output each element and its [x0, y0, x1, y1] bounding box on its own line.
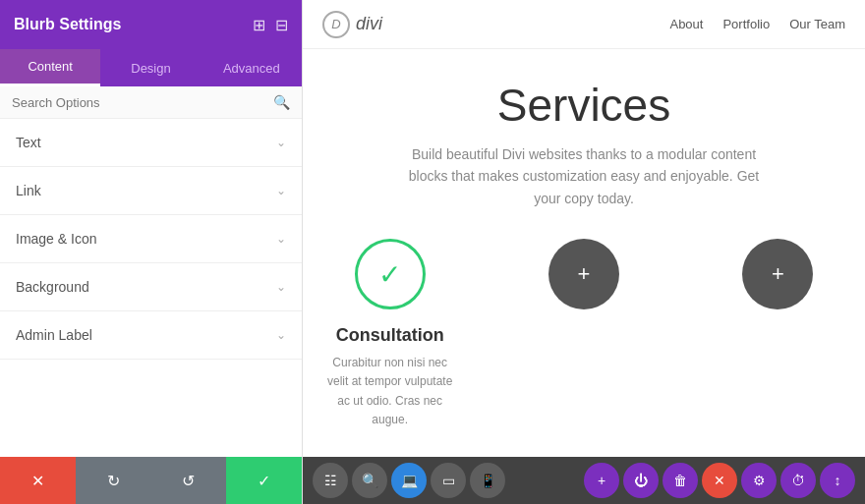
accordion-admin-label: Admin Label ⌄	[0, 311, 302, 360]
grid-icon[interactable]: ⊟	[275, 16, 288, 34]
accordion-link-header[interactable]: Link ⌄	[0, 167, 302, 214]
chevron-down-icon: ⌄	[276, 184, 286, 197]
trash-button[interactable]: 🗑	[663, 463, 698, 498]
accordion-text: Text ⌄	[0, 119, 302, 167]
tab-advanced[interactable]: Advanced	[202, 49, 302, 86]
logo-text: divi	[356, 14, 382, 34]
service-card-3: +	[711, 239, 845, 325]
card-title-consultation: Consultation	[336, 325, 444, 346]
services-subtitle: Build beautiful Divi websites thanks to …	[397, 143, 771, 209]
logo-circle: D	[322, 11, 350, 38]
tablet-button[interactable]: ▭	[431, 463, 466, 498]
search-input[interactable]	[12, 95, 273, 110]
card-text-consultation: Curabitur non nisi nec velit at tempor v…	[322, 354, 457, 429]
cards-row: ✓ Consultation Curabitur non nisi nec ve…	[322, 239, 845, 429]
toolbar-left-group: ☷ 🔍 💻 ▭ 📱	[313, 463, 505, 498]
left-panel: Blurb Settings ⊞ ⊟ Content Design Advanc…	[0, 0, 303, 504]
close-button[interactable]: ✕	[702, 463, 737, 498]
services-title: Services	[497, 79, 670, 132]
chevron-down-icon: ⌄	[276, 328, 286, 342]
accordion-background-header[interactable]: Background ⌄	[0, 263, 302, 310]
chevron-down-icon: ⌄	[276, 232, 286, 246]
cancel-button[interactable]: ✕	[0, 457, 76, 504]
accordion-image-icon-header[interactable]: Image & Icon ⌄	[0, 215, 302, 262]
tab-design[interactable]: Design	[100, 49, 201, 86]
power-button[interactable]: ⏻	[623, 463, 659, 498]
sliders-button[interactable]: ↕	[820, 463, 855, 498]
service-card-consultation: ✓ Consultation Curabitur non nisi nec ve…	[322, 239, 457, 429]
right-panel: D divi About Portfolio Our Team Services…	[303, 0, 865, 504]
plus-icon-2[interactable]: +	[548, 239, 619, 309]
tab-content[interactable]: Content	[0, 49, 100, 86]
panel-bottom-buttons: ✕ ↻ ↺ ✓	[0, 457, 302, 504]
plus-icon-3[interactable]: +	[742, 239, 813, 309]
accordion-background-label: Background	[16, 279, 89, 295]
layout-button[interactable]: ☷	[313, 463, 348, 498]
add-button[interactable]: +	[584, 463, 619, 498]
panel-title: Blurb Settings	[14, 16, 121, 33]
search-icon: 🔍	[273, 94, 290, 110]
nav-link-portfolio[interactable]: Portfolio	[722, 17, 770, 31]
site-logo: D divi	[322, 11, 382, 38]
history-button[interactable]: ⏱	[780, 463, 816, 498]
settings-button[interactable]: ⚙	[741, 463, 777, 498]
header-icons: ⊞ ⊟	[253, 16, 288, 34]
site-nav: D divi About Portfolio Our Team	[303, 0, 865, 49]
accordion-text-label: Text	[16, 135, 41, 150]
undo-button[interactable]: ↻	[76, 457, 151, 504]
toolbar-right-group: + ⏻ 🗑 ✕ ⚙ ⏱ ↕	[584, 463, 855, 498]
bottom-toolbar: ☷ 🔍 💻 ▭ 📱 + ⏻ 🗑 ✕ ⚙ ⏱ ↕	[303, 457, 865, 504]
chevron-down-icon: ⌄	[276, 280, 286, 294]
maximize-icon[interactable]: ⊞	[253, 16, 265, 34]
accordion-image-icon-label: Image & Icon	[16, 231, 97, 247]
nav-link-our-team[interactable]: Our Team	[789, 17, 845, 31]
save-button[interactable]: ✓	[226, 457, 302, 504]
nav-link-about[interactable]: About	[669, 17, 703, 31]
mobile-button[interactable]: 📱	[470, 463, 505, 498]
logo-letter: D	[331, 17, 340, 31]
accordion-admin-label-label: Admin Label	[16, 327, 92, 343]
search-button[interactable]: 🔍	[352, 463, 387, 498]
redo-button[interactable]: ↺	[151, 457, 227, 504]
service-card-2: +	[516, 239, 651, 325]
accordion-link: Link ⌄	[0, 167, 302, 215]
accordion-image-icon: Image & Icon ⌄	[0, 215, 302, 263]
chevron-down-icon: ⌄	[276, 136, 286, 149]
main-content: Services Build beautiful Divi websites t…	[303, 49, 865, 504]
accordion-admin-label-header[interactable]: Admin Label ⌄	[0, 311, 302, 359]
panel-header: Blurb Settings ⊞ ⊟	[0, 0, 302, 49]
tabs-row: Content Design Advanced	[0, 49, 302, 86]
accordion-link-label: Link	[16, 183, 41, 198]
desktop-button[interactable]: 💻	[391, 463, 427, 498]
check-icon[interactable]: ✓	[355, 239, 426, 309]
accordion-text-header[interactable]: Text ⌄	[0, 119, 302, 166]
nav-links: About Portfolio Our Team	[669, 17, 845, 31]
search-bar: 🔍	[0, 86, 302, 119]
accordion-background: Background ⌄	[0, 263, 302, 311]
